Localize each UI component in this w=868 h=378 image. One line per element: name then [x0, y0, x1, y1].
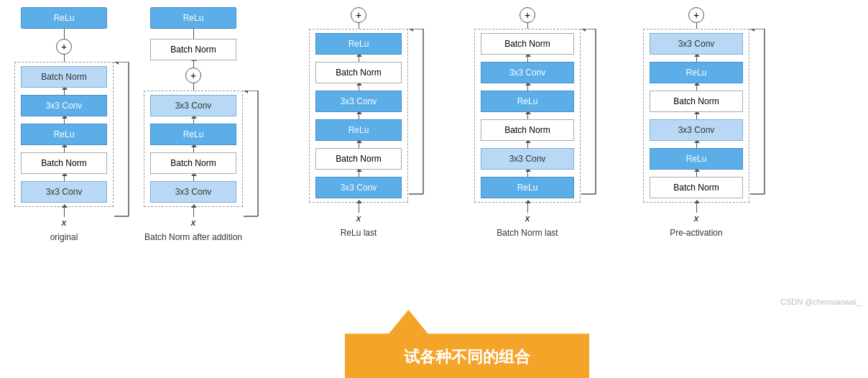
block-batchnorm-1: Batch Norm [150, 152, 236, 174]
diagram-label: original [50, 232, 78, 242]
block-conv-1: 3x3 Conv [21, 95, 107, 116]
block-relu-top: ReLu [650, 62, 743, 83]
block-relu-top: ReLu [315, 33, 402, 55]
block-conv-2: 3x3 Conv [650, 119, 743, 141]
arrow [64, 29, 65, 39]
block-conv-1: 3x3 Conv [150, 95, 236, 116]
plus-circle: + [56, 39, 72, 55]
diagram-label: ReLu last [341, 228, 377, 238]
block-conv-top: 3x3 Conv [650, 33, 743, 55]
block-relu-top: ReLu [21, 7, 107, 29]
block-batchnorm-2: Batch Norm [21, 152, 107, 174]
diagram-pre-activation: + 3x3 Conv ReLu Batch Norm 3x3 Conv [643, 7, 749, 238]
block-conv-top: 3x3 Conv [481, 62, 574, 83]
block-relu-2: ReLu [315, 119, 402, 141]
x-label: x [62, 217, 67, 228]
block-conv-2: 3x3 Conv [21, 181, 107, 203]
x-label: x [525, 213, 530, 223]
block-conv-2: 3x3 Conv [150, 181, 236, 203]
diagram-label: Batch Norm after addition [144, 232, 242, 242]
dashed-box: 3x3 Conv ReLu Batch Norm 3x3 Conv [144, 91, 243, 207]
block-batchnorm-1: Batch Norm [21, 66, 107, 88]
dashed-box: ReLu Batch Norm 3x3 Conv ReLu Batch Norm [309, 29, 408, 203]
dashed-box: 3x3 Conv ReLu Batch Norm 3x3 Conv ReLu [643, 29, 749, 203]
block-batchnorm-top: Batch Norm [481, 33, 574, 55]
block-batchnorm-1: Batch Norm [315, 62, 402, 83]
watermark: CSDN @chenxiaowai_ [780, 298, 861, 306]
svg-marker-11 [409, 29, 413, 32]
block-batchnorm-2: Batch Norm [315, 148, 402, 170]
skip-connection [243, 91, 259, 234]
plus-circle: + [351, 7, 366, 23]
x-label: x [191, 217, 196, 228]
banner-text: 试各种不同的组合 [404, 346, 530, 368]
block-relu-1: ReLu [21, 124, 107, 145]
diagram-relu-last: + ReLu Batch Norm 3x3 Conv ReLu [309, 7, 408, 238]
block-relu-2: ReLu [650, 148, 743, 170]
block-relu-1: ReLu [150, 124, 236, 145]
plus-circle: + [688, 7, 704, 23]
svg-marker-7 [244, 91, 248, 93]
svg-marker-3 [114, 62, 119, 65]
dashed-box: Batch Norm 3x3 Conv ReLu Batch Norm 3x3 … [474, 29, 581, 203]
arrow [64, 207, 65, 217]
block-batchnorm-top: Batch Norm [650, 91, 743, 112]
block-batchnorm-2: Batch Norm [481, 119, 574, 141]
plus-circle: + [185, 68, 201, 83]
block-batchnorm-top: Batch Norm [150, 39, 236, 60]
block-batchnorm-2: Batch Norm [650, 177, 743, 198]
svg-marker-15 [581, 29, 586, 32]
skip-connection [749, 29, 765, 212]
skip-connection [408, 29, 424, 212]
x-label: x [356, 213, 361, 223]
diagram-batchnorm-last: + Batch Norm 3x3 Conv ReLu Batch Norm [474, 7, 581, 238]
skip-connection [581, 29, 596, 212]
x-label: x [694, 213, 699, 223]
block-relu-top: ReLu [481, 91, 574, 112]
block-relu-top: ReLu [150, 7, 236, 29]
svg-marker-19 [750, 29, 754, 32]
block-conv-2: 3x3 Conv [315, 177, 402, 198]
dashed-box: Batch Norm 3x3 Conv ReLu Batch Norm 3x3 … [14, 62, 114, 207]
banner: 试各种不同的组合 [345, 310, 589, 378]
arrow [64, 55, 65, 62]
block-conv-1: 3x3 Conv [315, 91, 402, 112]
skip-connection [114, 62, 129, 234]
block-conv-2: 3x3 Conv [481, 148, 574, 170]
diagram-label: Batch Norm last [497, 228, 558, 238]
diagram-label: Pre-activation [670, 228, 722, 238]
diagram-original: ReLu + Batch Norm 3x3 Conv ReLu [14, 7, 114, 242]
diagram-batchnorm-after: ReLu Batch Norm + 3x3 Conv ReLu Batch No… [144, 7, 243, 242]
plus-circle: + [520, 7, 535, 23]
block-relu-2: ReLu [481, 177, 574, 198]
